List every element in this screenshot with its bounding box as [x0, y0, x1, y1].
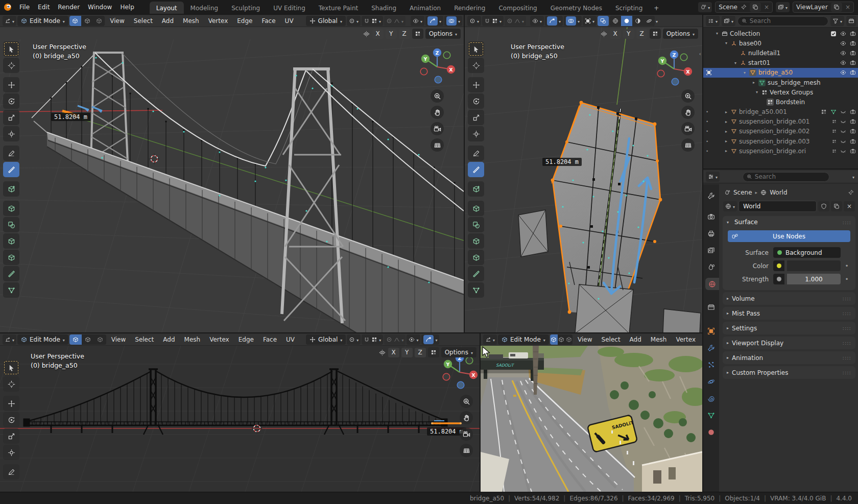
- menu-vertex[interactable]: Vertex: [672, 336, 700, 343]
- proportional-edit-cluster[interactable]: [505, 16, 526, 26]
- surface-shader-dropdown[interactable]: Background: [773, 247, 841, 258]
- outliner-row-suspension-bridge-003[interactable]: • ▸ suspension_bridge.003: [703, 136, 858, 146]
- edge-select-icon[interactable]: [82, 334, 94, 345]
- tab-shading[interactable]: Shading: [365, 2, 403, 15]
- breadcrumb-scene[interactable]: Scene: [733, 189, 752, 196]
- snap-widget-icon[interactable]: [428, 347, 439, 357]
- search-input[interactable]: [755, 173, 825, 180]
- outliner-row-start01[interactable]: ▾ start01: [703, 58, 858, 68]
- tab-constraints[interactable]: [703, 392, 719, 404]
- camera-render-icon[interactable]: [850, 40, 856, 46]
- menu-window[interactable]: Window: [84, 4, 116, 11]
- camera-view-icon[interactable]: [681, 122, 695, 135]
- mirror-icon[interactable]: [363, 30, 370, 38]
- tool-scale[interactable]: [3, 428, 19, 444]
- tool-rotate[interactable]: [3, 93, 19, 109]
- outliner-scene-dropdown[interactable]: [722, 16, 735, 26]
- region-collapse-arrow[interactable]: ‹: [699, 51, 701, 57]
- solid-shading-icon[interactable]: [621, 16, 632, 26]
- drag-handle-icon[interactable]: ::::: [843, 370, 851, 375]
- tool-scale[interactable]: [3, 110, 19, 125]
- tab-layout[interactable]: Layout: [150, 2, 184, 15]
- rendered-shading-icon[interactable]: [644, 16, 655, 26]
- pivot-point-dropdown[interactable]: [347, 334, 361, 345]
- camera-render-icon[interactable]: [850, 31, 856, 37]
- properties-search[interactable]: [743, 172, 829, 182]
- viewport-canvas-rendered[interactable]: SADOLiT SADOLiT: [481, 346, 702, 492]
- tool-knife[interactable]: [468, 266, 484, 281]
- menu-vertex[interactable]: Vertex: [205, 336, 233, 343]
- tool-rotate[interactable]: [468, 93, 484, 109]
- pivot-point-dropdown[interactable]: [347, 16, 361, 26]
- browse-world-dropdown[interactable]: [723, 201, 737, 211]
- expand-chevron-icon[interactable]: ▸: [724, 149, 729, 153]
- expand-chevron-icon[interactable]: ▸: [724, 139, 729, 143]
- drag-handle-icon[interactable]: ::::: [843, 310, 851, 316]
- menu-edge[interactable]: Edge: [233, 17, 256, 25]
- pan-hand-icon[interactable]: [681, 106, 695, 119]
- snap-target-icon[interactable]: [371, 337, 377, 343]
- new-scene-button[interactable]: [750, 3, 761, 12]
- camera-render-icon[interactable]: [850, 128, 856, 134]
- navigation-gizmo[interactable]: [655, 49, 694, 87]
- mirror-x-button[interactable]: X: [388, 348, 399, 357]
- viewport-canvas-3d[interactable]: X Y Z Options: [465, 27, 702, 333]
- outliner-row-bordstein[interactable]: Bordstein: [703, 97, 858, 107]
- menu-face[interactable]: Face: [257, 17, 279, 25]
- camera-view-icon[interactable]: [460, 427, 473, 441]
- vertex-select-icon[interactable]: [69, 16, 81, 26]
- camera-render-icon[interactable]: [850, 50, 856, 56]
- edge-select-icon[interactable]: [81, 16, 93, 26]
- tab-collection[interactable]: [703, 301, 719, 313]
- tab-world[interactable]: [705, 278, 719, 290]
- viewport-display-panel-header[interactable]: ▸Viewport Display::::: [723, 337, 855, 349]
- pan-hand-icon[interactable]: [431, 106, 444, 119]
- face-select-icon[interactable]: [93, 16, 105, 26]
- settings-panel-header[interactable]: ▸Settings::::: [723, 322, 855, 334]
- snap-target-icon[interactable]: [371, 18, 377, 24]
- navigation-gizmo[interactable]: [418, 46, 457, 85]
- magnet-icon[interactable]: [364, 18, 370, 24]
- show-gizmo-toggle[interactable]: [425, 16, 443, 26]
- options-dropdown[interactable]: Options: [425, 29, 461, 39]
- outliner-row-collection[interactable]: ▾ Collection: [703, 29, 858, 38]
- scene-browse-icon[interactable]: [698, 2, 712, 12]
- menu-edge[interactable]: Edge: [234, 336, 258, 343]
- shading-options-caret[interactable]: [656, 17, 658, 25]
- eye-icon[interactable]: [840, 40, 846, 46]
- mist-pass-panel-header[interactable]: ▸Mist Pass::::: [723, 307, 855, 320]
- color-swatch-field[interactable]: [787, 260, 841, 271]
- menu-add[interactable]: Add: [159, 336, 179, 343]
- face-select-icon[interactable]: [565, 334, 573, 345]
- custom-properties-panel-header[interactable]: ▸Custom Properties::::: [723, 366, 855, 379]
- magnet-icon[interactable]: [484, 18, 490, 24]
- visibility-eye-icon[interactable]: [413, 18, 419, 24]
- snap-widget-icon[interactable]: [412, 29, 423, 39]
- eye-icon[interactable]: [840, 31, 846, 37]
- tool-annotate[interactable]: [3, 464, 19, 479]
- face-select-icon[interactable]: [94, 334, 106, 345]
- menu-view[interactable]: View: [574, 336, 596, 343]
- mirror-x-button[interactable]: X: [372, 29, 384, 39]
- eye-closed-icon[interactable]: [840, 128, 846, 134]
- show-overlays-toggle[interactable]: [564, 16, 582, 26]
- visibility-eye-icon[interactable]: [409, 337, 415, 343]
- outliner-row-bridge-a50-active[interactable]: ▾ bridge_a50: [703, 68, 858, 78]
- expand-chevron-icon[interactable]: ▸: [751, 80, 756, 85]
- scene-selector[interactable]: Scene ×: [715, 2, 773, 13]
- drag-handle-icon[interactable]: ::::: [843, 220, 851, 225]
- mirror-z-button[interactable]: Z: [415, 348, 426, 357]
- tool-cursor[interactable]: [3, 58, 19, 73]
- tab-animation[interactable]: Animation: [403, 2, 447, 15]
- zoom-icon[interactable]: [431, 89, 444, 103]
- outliner-row-base00[interactable]: ▾ base00: [703, 38, 858, 48]
- blender-logo-icon[interactable]: [0, 3, 15, 12]
- expand-chevron-icon[interactable]: ▾: [742, 70, 747, 75]
- tool-transform[interactable]: [468, 126, 484, 141]
- show-object-types-dropdown[interactable]: [411, 16, 424, 26]
- proportional-edit-cluster[interactable]: [384, 16, 406, 26]
- search-input[interactable]: [750, 17, 824, 25]
- drag-handle-icon[interactable]: ::::: [843, 296, 851, 301]
- tool-measure[interactable]: [3, 162, 19, 177]
- vertex-select-icon[interactable]: [69, 334, 82, 345]
